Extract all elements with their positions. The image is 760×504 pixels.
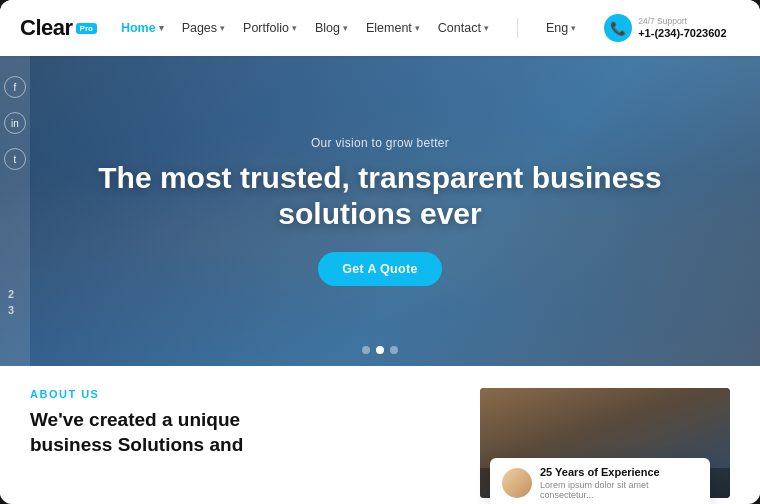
about-label: ABOUT US [30,388,456,400]
browser-window: Clear Pro Home ▾ Pages ▾ Portfolio ▾ Blo… [0,0,760,504]
chevron-down-icon: ▾ [484,23,489,33]
nav-label-home: Home [121,21,156,35]
nav-label-contact: Contact [438,21,481,35]
nav-menu: Home ▾ Pages ▾ Portfolio ▾ Blog ▾ Elemen… [121,14,740,42]
chevron-down-icon: ▾ [343,23,348,33]
pagination-3[interactable]: 3 [8,304,14,316]
linkedin-icon[interactable]: in [4,112,26,134]
about-title-line2: business Solutions and [30,434,243,455]
facebook-icon[interactable]: f [4,76,26,98]
chevron-down-icon: ▾ [159,23,164,33]
nav-item-contact[interactable]: Contact ▾ [438,21,489,35]
experience-card: 25 Years of Experience Lorem ipsum dolor… [490,458,710,504]
logo-text: Clear [20,15,73,41]
nav-label-blog: Blog [315,21,340,35]
about-title: We've created a unique business Solution… [30,408,456,457]
hero-dots [362,346,398,354]
get-a-quote-button[interactable]: Get A Quote [318,252,441,286]
hero-subtitle: Our vision to grow better [311,136,449,150]
phone-number: +1-(234)-7023602 [638,27,726,40]
hero-social-sidebar: f in t [0,56,30,366]
exp-title: 25 Years of Experience [540,466,698,478]
about-section: ABOUT US We've created a unique business… [0,366,760,498]
chevron-down-icon: ▾ [220,23,225,33]
nav-item-portfolio[interactable]: Portfolio ▾ [243,21,297,35]
phone-contact: 📞 24/7 Support +1-(234)-7023602 [604,14,726,42]
logo[interactable]: Clear Pro [20,15,97,41]
navbar: Clear Pro Home ▾ Pages ▾ Portfolio ▾ Blo… [0,0,760,56]
nav-item-element[interactable]: Element ▾ [366,21,420,35]
hero-side-pagination: 2 3 [8,288,14,316]
exp-desc: Lorem ipsum dolor sit amet consectetur..… [540,480,698,500]
hero-dot-3[interactable] [390,346,398,354]
hero-title: The most trusted, transparent business s… [80,160,680,232]
pagination-2[interactable]: 2 [8,288,14,300]
hero-dot-1[interactable] [362,346,370,354]
language-selector[interactable]: Eng ▾ [546,21,576,35]
nav-divider [517,18,518,38]
nav-label-portfolio: Portfolio [243,21,289,35]
exp-avatar [502,468,532,498]
hero-section: f in t 2 3 Our vision to grow better The… [0,56,760,366]
nav-item-home[interactable]: Home ▾ [121,21,164,35]
main-content: f in t 2 3 Our vision to grow better The… [0,56,760,504]
nav-item-blog[interactable]: Blog ▾ [315,21,348,35]
chevron-down-icon: ▾ [571,23,576,33]
phone-icon: 📞 [604,14,632,42]
chevron-down-icon: ▾ [292,23,297,33]
about-text-block: ABOUT US We've created a unique business… [30,388,456,457]
lang-label: Eng [546,21,568,35]
nav-label-element: Element [366,21,412,35]
about-title-line1: We've created a unique [30,409,240,430]
phone-support-label: 24/7 Support [638,16,726,26]
exp-text-block: 25 Years of Experience Lorem ipsum dolor… [540,466,698,500]
chevron-down-icon: ▾ [415,23,420,33]
hero-dot-2[interactable] [376,346,384,354]
nav-item-pages[interactable]: Pages ▾ [182,21,225,35]
logo-badge: Pro [76,23,97,34]
twitter-icon[interactable]: t [4,148,26,170]
hero-content: Our vision to grow better The most trust… [0,56,760,366]
phone-info: 24/7 Support +1-(234)-7023602 [638,16,726,39]
nav-label-pages: Pages [182,21,217,35]
about-image-block: 25 Years of Experience Lorem ipsum dolor… [480,388,730,498]
